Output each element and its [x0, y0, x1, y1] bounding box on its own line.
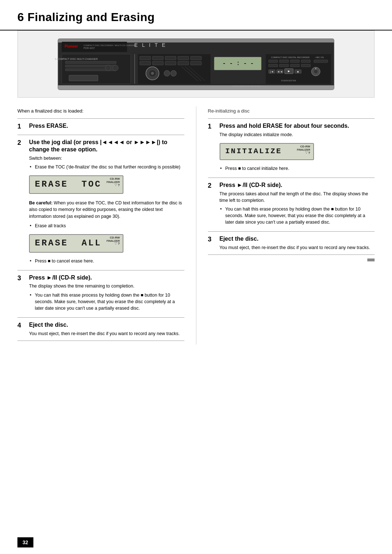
initialize-display: INITIALIZE CD-RW FINALIZER ∵ ? — [220, 143, 314, 160]
right-step-3-content: Eject the disc. You must eject, then re-… — [220, 235, 375, 251]
left-step-3: 3 Press ►/II (CD-R side). The display sh… — [17, 274, 184, 314]
svg-rect-19 — [152, 56, 163, 60]
right-step-1-content: Press and hold ERASE for about four seco… — [220, 122, 375, 174]
svg-rect-27 — [191, 61, 201, 65]
svg-rect-41 — [279, 60, 289, 62]
step-3-bullets: You can halt this erase process by holdi… — [29, 292, 184, 311]
page-footer: 32 — [0, 537, 392, 547]
step-1-num: 1 — [17, 122, 25, 131]
svg-rect-10 — [65, 61, 116, 64]
right-column: Re-initializing a disc 1 Press and hold … — [196, 106, 375, 345]
svg-text:PDR-W37: PDR-W37 — [83, 47, 95, 49]
lcd-label-init: CD-RW FINALIZER ∵ ? — [297, 145, 310, 155]
gray-indicator-area — [208, 258, 375, 261]
be-careful-text: Be careful: When you erase the TOC, the … — [29, 200, 184, 219]
divider-r3 — [208, 231, 375, 232]
right-step-1-title: Press and hold ERASE for about four seco… — [220, 122, 375, 130]
lcd-label-1: CD-RW FINALIZER ∵ ? — [106, 178, 120, 187]
bullet-item: Erase all tracks — [29, 223, 184, 229]
page: 6 Finalizing and Erasing Pioneer COMPACT… — [0, 0, 392, 554]
svg-text:Pioneer: Pioneer — [65, 44, 78, 48]
svg-rect-26 — [178, 61, 189, 65]
page-header: 6 Finalizing and Erasing — [0, 0, 392, 30]
svg-rect-20 — [165, 56, 176, 60]
bullet-item: Erase the TOC ('de-finalize' the disc so… — [29, 164, 184, 170]
svg-text:|◄: |◄ — [270, 70, 274, 73]
right-step-2-num: 2 — [208, 182, 216, 228]
svg-text:3-COMPACT DISC MULTI CHANGER: 3-COMPACT DISC MULTI CHANGER — [55, 58, 98, 60]
step-3-num: 3 — [17, 274, 25, 314]
right-step-3-body: You must eject, then re-insert the disc … — [220, 244, 375, 251]
svg-rect-16 — [134, 54, 135, 84]
svg-text:• REC VOL: • REC VOL — [315, 56, 324, 58]
page-title: 6 Finalizing and Erasing — [17, 9, 375, 25]
left-step-4: 4 Eject the disc. You must eject, then r… — [17, 321, 184, 337]
divider-r1 — [208, 118, 375, 119]
right-step-2: 2 Press ►/II (CD-R side). The process ta… — [208, 182, 375, 228]
svg-rect-22 — [191, 56, 201, 60]
two-column-layout: When a finalized disc is loaded: 1 Press… — [0, 106, 392, 345]
svg-point-14 — [105, 65, 111, 71]
svg-point-31 — [164, 70, 170, 76]
step-1-content: Press ERASE. — [29, 122, 184, 131]
step-2-num: 2 — [17, 139, 25, 266]
right-step-3-num: 3 — [208, 235, 216, 251]
svg-text:FUSION EDITION: FUSION EDITION — [281, 80, 296, 82]
right-step-1-body: The display indicates initialize mode. — [220, 131, 375, 138]
left-step-1: 1 Press ERASE. — [17, 122, 184, 131]
divider-1 — [17, 118, 184, 119]
right-step-1-num: 1 — [208, 122, 216, 174]
lcd-label-2: CD-RW FINALIZER ∵ ? — [106, 236, 120, 246]
divider-5 — [17, 341, 184, 341]
svg-text:■: ■ — [297, 70, 299, 73]
svg-rect-44 — [314, 60, 328, 62]
right-step-1: 1 Press and hold ERASE for about four se… — [208, 122, 375, 174]
step-2-bullets-3: Press ■ to cancel erase here. — [29, 258, 184, 264]
right-step-3: 3 Eject the disc. You must eject, then r… — [208, 235, 375, 251]
bullet-item: You can halt this erase process by holdi… — [29, 292, 184, 311]
svg-point-30 — [151, 72, 154, 75]
svg-rect-46 — [269, 64, 278, 67]
divider-3 — [17, 270, 184, 270]
initialize-display-wrapper: INITIALIZE CD-RW FINALIZER ∵ ? — [220, 140, 375, 163]
step-3-body: The display shows the time remaining to … — [29, 283, 184, 289]
step-2-bullets-2: Erase all tracks — [29, 223, 184, 229]
svg-rect-13 — [69, 75, 98, 81]
right-step-2-content: Press ►/II (CD-R side). The process take… — [220, 182, 375, 228]
svg-rect-18 — [140, 56, 151, 60]
svg-text:►: ► — [287, 69, 291, 73]
erase-all-display: ERASE ALL CD-RW FINALIZER ∵ ? — [29, 234, 123, 253]
right-step-2-title: Press ►/II (CD-R side). — [220, 182, 375, 189]
when-loaded-text: When a finalized disc is loaded: — [17, 108, 184, 115]
divider-2 — [17, 135, 184, 135]
erase-all-text: ERASE ALL — [35, 237, 102, 250]
re-init-label: Re-initializing a disc — [208, 108, 375, 115]
erase-toc-display: ERASE TOC CD-RW FINALIZER ∵ ? — [29, 175, 123, 194]
bullet-item: You can halt this erase process by holdi… — [220, 206, 375, 225]
step-1-title: Press ERASE. — [29, 122, 184, 130]
svg-text:Hi-bit LegatoLink Conversion: Hi-bit LegatoLink Conversion — [233, 85, 261, 87]
step-2-sublabel: Switch between: — [29, 155, 184, 162]
svg-rect-48 — [290, 64, 299, 67]
svg-rect-2 — [58, 85, 334, 90]
svg-text:COMPACT DISC DIGITAL RECORDER: COMPACT DISC DIGITAL RECORDER — [271, 56, 310, 58]
svg-rect-42 — [290, 60, 299, 62]
svg-text:◄◄: ◄◄ — [277, 70, 283, 73]
step-3-content: Press ►/II (CD-R side). The display show… — [29, 274, 184, 314]
svg-rect-24 — [152, 61, 163, 65]
right-step-3-title: Eject the disc. — [220, 235, 375, 243]
left-step-2: 2 Use the jog dial (or press |◄◄◄◄ or ►►… — [17, 139, 184, 266]
step-4-body: You must eject, then re-insert the disc … — [29, 330, 184, 337]
right-step-2-body: The process takes about half the length … — [220, 191, 375, 204]
svg-rect-49 — [301, 64, 310, 67]
right-step-1-bullets: Press ■ to cancel initialize here. — [220, 165, 375, 172]
svg-rect-43 — [301, 60, 310, 62]
step-4-content: Eject the disc. You must eject, then re-… — [29, 321, 184, 337]
step-3-title: Press ►/II (CD-R side). — [29, 274, 184, 282]
erase-all-display-wrapper: ERASE ALL CD-RW FINALIZER ∵ ? — [29, 231, 184, 256]
svg-rect-23 — [140, 61, 151, 65]
svg-rect-38 — [266, 54, 331, 84]
svg-rect-40 — [269, 60, 278, 62]
divider-4 — [17, 317, 184, 318]
svg-point-15 — [113, 65, 118, 71]
